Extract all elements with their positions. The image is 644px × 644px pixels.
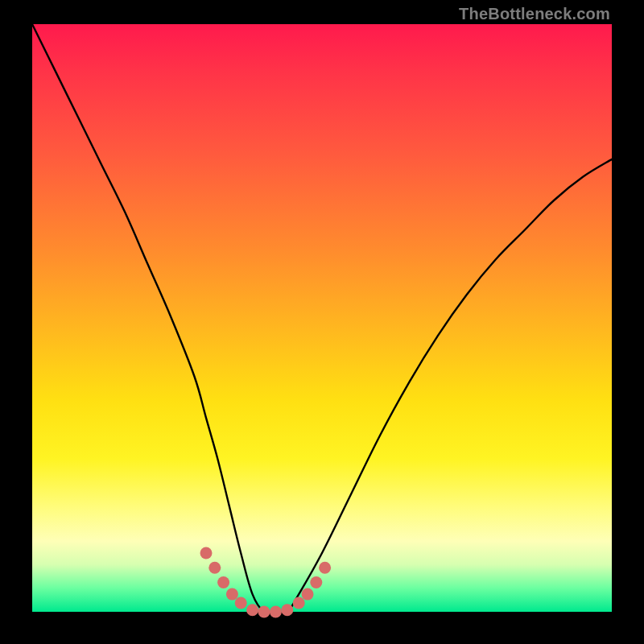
plot-area [32,24,612,612]
interval-marker [235,597,247,609]
interval-marker [293,597,305,609]
interval-marker [226,588,238,601]
interval-marker [302,588,314,601]
interval-marker [208,562,221,574]
interval-marker [270,606,282,618]
interval-marker [217,576,229,588]
interval-markers [200,547,332,618]
chart-stage: TheBottleneck.com [0,0,644,644]
interval-marker [246,604,258,616]
curve-layer [32,24,612,612]
watermark-label: TheBottleneck.com [459,5,610,23]
bottleneck-curve [32,24,612,613]
interval-marker [258,606,270,618]
interval-marker [200,547,213,559]
interval-marker [310,576,322,588]
interval-marker [319,562,331,574]
interval-marker [281,604,293,616]
